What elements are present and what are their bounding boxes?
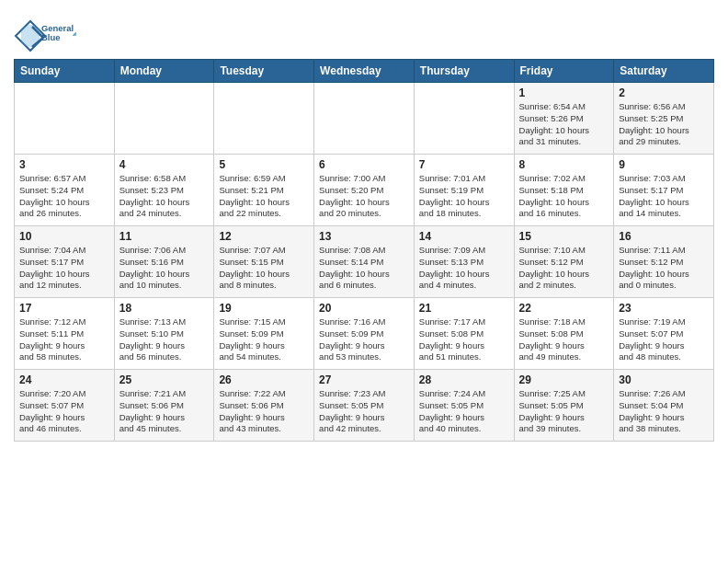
weekday-header-thursday: Thursday	[414, 60, 514, 83]
day-number: 1	[519, 86, 609, 99]
day-number: 11	[119, 230, 210, 243]
day-info: Sunrise: 7:11 AM Sunset: 5:12 PM Dayligh…	[619, 245, 709, 292]
week-row-5: 24Sunrise: 7:20 AM Sunset: 5:07 PM Dayli…	[15, 370, 714, 442]
day-number: 29	[519, 373, 609, 386]
day-info: Sunrise: 7:08 AM Sunset: 5:14 PM Dayligh…	[319, 245, 409, 292]
day-number: 13	[319, 230, 409, 243]
day-cell: 10Sunrise: 7:04 AM Sunset: 5:17 PM Dayli…	[15, 226, 115, 298]
day-info: Sunrise: 7:25 AM Sunset: 5:05 PM Dayligh…	[519, 388, 609, 435]
day-cell	[414, 83, 514, 155]
day-cell	[114, 83, 214, 155]
day-info: Sunrise: 6:59 AM Sunset: 5:21 PM Dayligh…	[219, 173, 309, 220]
day-number: 7	[419, 158, 509, 171]
day-number: 27	[319, 373, 409, 386]
day-number: 5	[219, 158, 309, 171]
day-cell: 21Sunrise: 7:17 AM Sunset: 5:08 PM Dayli…	[414, 298, 514, 370]
day-number: 4	[119, 158, 210, 171]
day-cell: 9Sunrise: 7:03 AM Sunset: 5:17 PM Daylig…	[614, 155, 714, 226]
day-cell: 4Sunrise: 6:58 AM Sunset: 5:23 PM Daylig…	[114, 155, 214, 226]
day-number: 10	[19, 230, 109, 243]
header: General Blue	[14, 9, 714, 52]
weekday-header-friday: Friday	[514, 60, 614, 83]
logo-text: General Blue	[41, 13, 80, 52]
day-info: Sunrise: 7:09 AM Sunset: 5:13 PM Dayligh…	[419, 245, 509, 292]
day-number: 20	[319, 302, 409, 315]
day-cell: 14Sunrise: 7:09 AM Sunset: 5:13 PM Dayli…	[414, 226, 514, 298]
day-number: 23	[619, 302, 709, 315]
day-info: Sunrise: 7:15 AM Sunset: 5:09 PM Dayligh…	[219, 316, 309, 363]
week-row-1: 1Sunrise: 6:54 AM Sunset: 5:26 PM Daylig…	[15, 83, 714, 155]
logo-icon	[14, 19, 40, 45]
day-info: Sunrise: 6:58 AM Sunset: 5:23 PM Dayligh…	[119, 173, 210, 220]
day-cell: 7Sunrise: 7:01 AM Sunset: 5:19 PM Daylig…	[414, 155, 514, 226]
day-number: 21	[419, 302, 509, 315]
day-cell: 27Sunrise: 7:23 AM Sunset: 5:05 PM Dayli…	[314, 370, 415, 442]
day-cell: 20Sunrise: 7:16 AM Sunset: 5:09 PM Dayli…	[314, 298, 415, 370]
day-cell	[214, 83, 314, 155]
week-row-2: 3Sunrise: 6:57 AM Sunset: 5:24 PM Daylig…	[15, 155, 714, 226]
day-cell: 18Sunrise: 7:13 AM Sunset: 5:10 PM Dayli…	[114, 298, 214, 370]
day-number: 2	[619, 86, 709, 99]
weekday-header-wednesday: Wednesday	[314, 60, 415, 83]
day-number: 24	[19, 373, 109, 386]
day-cell: 25Sunrise: 7:21 AM Sunset: 5:06 PM Dayli…	[114, 370, 214, 442]
day-info: Sunrise: 7:06 AM Sunset: 5:16 PM Dayligh…	[119, 245, 210, 292]
day-cell: 16Sunrise: 7:11 AM Sunset: 5:12 PM Dayli…	[614, 226, 714, 298]
day-info: Sunrise: 7:26 AM Sunset: 5:04 PM Dayligh…	[619, 388, 709, 435]
day-number: 18	[119, 302, 210, 315]
day-cell: 13Sunrise: 7:08 AM Sunset: 5:14 PM Dayli…	[314, 226, 415, 298]
page: General Blue SundayMondayTuesdayWednesda…	[0, 0, 728, 455]
day-cell: 1Sunrise: 6:54 AM Sunset: 5:26 PM Daylig…	[514, 83, 614, 155]
day-info: Sunrise: 7:00 AM Sunset: 5:20 PM Dayligh…	[319, 173, 409, 220]
day-info: Sunrise: 7:10 AM Sunset: 5:12 PM Dayligh…	[519, 245, 609, 292]
logo: General Blue	[14, 13, 80, 52]
day-cell: 24Sunrise: 7:20 AM Sunset: 5:07 PM Dayli…	[15, 370, 115, 442]
day-number: 3	[19, 158, 109, 171]
day-cell: 29Sunrise: 7:25 AM Sunset: 5:05 PM Dayli…	[514, 370, 614, 442]
day-number: 25	[119, 373, 210, 386]
day-number: 26	[219, 373, 309, 386]
day-cell: 6Sunrise: 7:00 AM Sunset: 5:20 PM Daylig…	[314, 155, 415, 226]
calendar: SundayMondayTuesdayWednesdayThursdayFrid…	[14, 59, 714, 442]
day-number: 22	[519, 302, 609, 315]
weekday-header-monday: Monday	[114, 60, 214, 83]
weekday-header-tuesday: Tuesday	[214, 60, 314, 83]
day-cell: 8Sunrise: 7:02 AM Sunset: 5:18 PM Daylig…	[514, 155, 614, 226]
day-info: Sunrise: 6:56 AM Sunset: 5:25 PM Dayligh…	[619, 101, 709, 148]
day-info: Sunrise: 6:54 AM Sunset: 5:26 PM Dayligh…	[519, 101, 609, 148]
day-cell: 2Sunrise: 6:56 AM Sunset: 5:25 PM Daylig…	[614, 83, 714, 155]
week-row-3: 10Sunrise: 7:04 AM Sunset: 5:17 PM Dayli…	[15, 226, 714, 298]
day-number: 12	[219, 230, 309, 243]
day-cell: 11Sunrise: 7:06 AM Sunset: 5:16 PM Dayli…	[114, 226, 214, 298]
day-cell: 3Sunrise: 6:57 AM Sunset: 5:24 PM Daylig…	[15, 155, 115, 226]
week-row-4: 17Sunrise: 7:12 AM Sunset: 5:11 PM Dayli…	[15, 298, 714, 370]
day-cell	[314, 83, 415, 155]
day-cell: 22Sunrise: 7:18 AM Sunset: 5:08 PM Dayli…	[514, 298, 614, 370]
day-number: 30	[619, 373, 709, 386]
day-info: Sunrise: 7:02 AM Sunset: 5:18 PM Dayligh…	[519, 173, 609, 220]
day-info: Sunrise: 7:04 AM Sunset: 5:17 PM Dayligh…	[19, 245, 109, 292]
day-cell: 15Sunrise: 7:10 AM Sunset: 5:12 PM Dayli…	[514, 226, 614, 298]
day-number: 15	[519, 230, 609, 243]
day-cell: 5Sunrise: 6:59 AM Sunset: 5:21 PM Daylig…	[214, 155, 314, 226]
day-info: Sunrise: 7:07 AM Sunset: 5:15 PM Dayligh…	[219, 245, 309, 292]
day-number: 9	[619, 158, 709, 171]
day-info: Sunrise: 7:20 AM Sunset: 5:07 PM Dayligh…	[19, 388, 109, 435]
day-info: Sunrise: 7:21 AM Sunset: 5:06 PM Dayligh…	[119, 388, 210, 435]
day-cell: 23Sunrise: 7:19 AM Sunset: 5:07 PM Dayli…	[614, 298, 714, 370]
day-number: 14	[419, 230, 509, 243]
day-cell: 28Sunrise: 7:24 AM Sunset: 5:05 PM Dayli…	[414, 370, 514, 442]
day-cell: 17Sunrise: 7:12 AM Sunset: 5:11 PM Dayli…	[15, 298, 115, 370]
day-cell: 19Sunrise: 7:15 AM Sunset: 5:09 PM Dayli…	[214, 298, 314, 370]
day-info: Sunrise: 7:17 AM Sunset: 5:08 PM Dayligh…	[419, 316, 509, 363]
day-number: 16	[619, 230, 709, 243]
day-info: Sunrise: 7:12 AM Sunset: 5:11 PM Dayligh…	[19, 316, 109, 363]
day-number: 8	[519, 158, 609, 171]
day-cell	[15, 83, 115, 155]
day-info: Sunrise: 7:18 AM Sunset: 5:08 PM Dayligh…	[519, 316, 609, 363]
day-info: Sunrise: 7:13 AM Sunset: 5:10 PM Dayligh…	[119, 316, 210, 363]
day-info: Sunrise: 7:22 AM Sunset: 5:06 PM Dayligh…	[219, 388, 309, 435]
day-info: Sunrise: 7:19 AM Sunset: 5:07 PM Dayligh…	[619, 316, 709, 363]
weekday-header-row: SundayMondayTuesdayWednesdayThursdayFrid…	[15, 60, 714, 83]
day-info: Sunrise: 7:23 AM Sunset: 5:05 PM Dayligh…	[319, 388, 409, 435]
